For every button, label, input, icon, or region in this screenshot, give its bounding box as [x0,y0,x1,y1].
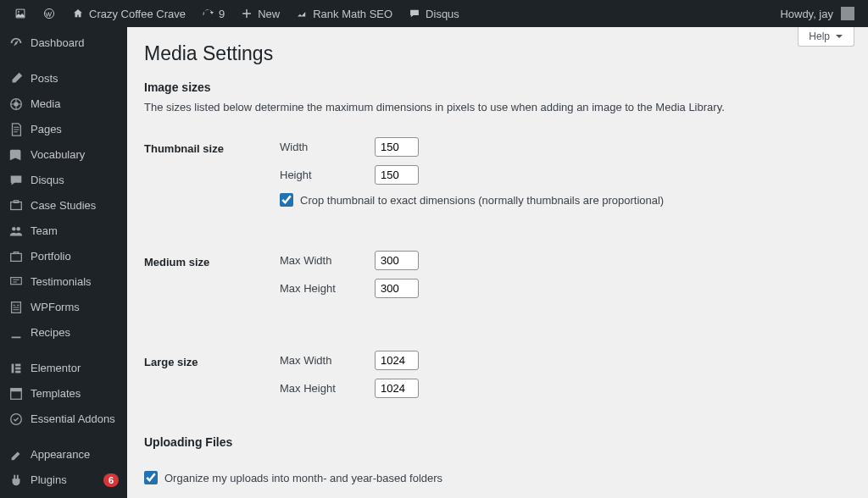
sidebar-item-templates[interactable]: Templates [0,381,127,407]
home-icon [71,7,85,20]
svg-point-7 [16,227,20,231]
new-link[interactable]: New [235,0,285,27]
site-name-link[interactable]: Crazy Coffee Crave [66,0,191,27]
plus-icon [240,7,253,20]
sidebar-item-disqus[interactable]: Disqus [0,168,127,193]
svg-rect-13 [15,368,20,370]
update-icon [201,7,214,20]
site-name: Crazy Coffee Crave [89,8,186,20]
sidebar-item-portfolio[interactable]: Portfolio [0,244,127,269]
avatar [841,7,854,20]
svg-point-2 [14,102,18,106]
thumbnail-crop-checkbox[interactable] [280,193,293,207]
sidebar-item-recipes[interactable]: Recipes [0,320,127,346]
svg-point-0 [18,11,19,13]
howdy-text: Howdy, jay [780,8,833,20]
svg-rect-12 [15,364,20,367]
svg-point-17 [11,414,22,425]
svg-rect-9 [11,278,22,285]
rankmath-link[interactable]: Rank Math SEO [290,0,398,27]
customizer-icon[interactable] [8,0,32,27]
sidebar-item-wpforms[interactable]: WPForms [0,295,127,320]
thumbnail-width-input[interactable] [375,137,419,157]
sidebar-item-dashboard[interactable]: Dashboard [0,30,127,56]
howdy-link[interactable]: Howdy, jay [775,0,860,27]
chart-icon [295,7,309,20]
section-uploading: Uploading Files [144,435,851,449]
medium-maxheight-label: Max Height [280,282,364,295]
medium-heading: Medium size [144,246,280,312]
sidebar-item-plugins[interactable]: Plugins6 [0,468,127,493]
page-title: Media Settings [144,42,851,65]
medium-maxheight-input[interactable] [375,279,419,298]
sidebar-item-media[interactable]: Media [0,91,127,117]
large-heading: Large size [144,346,280,412]
thumbnail-crop-row[interactable]: Crop thumbnail to exact dimensions (norm… [280,193,851,207]
content-area: Help Media Settings Image sizes The size… [127,27,868,498]
thumbnail-height-label: Height [280,169,364,181]
sidebar-item-appearance[interactable]: Appearance [0,442,127,468]
plugins-badge: 6 [103,473,119,487]
new-label: New [258,8,280,20]
sidebar-item-testimonials[interactable]: Testimonials [0,269,127,295]
sidebar-item-pages[interactable]: Pages [0,117,127,142]
svg-rect-11 [12,364,14,374]
medium-maxwidth-input[interactable] [375,251,419,270]
organize-uploads-checkbox[interactable] [144,471,158,484]
svg-rect-8 [11,253,22,261]
updates-count: 9 [219,8,225,20]
sidebar-item-vocabulary[interactable]: Vocabulary [0,142,127,168]
large-maxwidth-input[interactable] [375,351,419,370]
large-maxwidth-label: Max Width [280,354,364,367]
thumbnail-heading: Thumbnail size [144,132,280,212]
svg-point-6 [12,227,15,231]
help-tab[interactable]: Help [798,27,854,47]
comment-icon [408,7,421,20]
organize-uploads-label: Organize my uploads into month- and year… [164,472,442,484]
image-sizes-desc: The sizes listed below determine the max… [144,101,851,113]
chevron-down-icon [835,32,843,41]
admin-sidebar: Dashboard Posts Media Pages Vocabulary D… [0,27,127,498]
rankmath-label: Rank Math SEO [313,8,392,20]
wp-logo-icon[interactable] [37,0,61,27]
help-label: Help [809,30,830,42]
sidebar-item-posts[interactable]: Posts [0,66,127,91]
thumbnail-crop-label: Crop thumbnail to exact dimensions (norm… [300,194,664,207]
large-maxheight-input[interactable] [375,379,419,398]
thumbnail-width-label: Width [280,141,364,153]
sidebar-item-elementor[interactable]: Elementor [0,356,127,381]
section-image-sizes: Image sizes [144,80,851,94]
organize-uploads-row[interactable]: Organize my uploads into month- and year… [144,471,851,484]
thumbnail-height-input[interactable] [375,165,419,185]
svg-rect-14 [15,371,20,374]
disqus-link[interactable]: Disqus [403,0,465,27]
admin-bar: Crazy Coffee Crave 9 New Rank Math SEO D… [0,0,868,27]
disqus-label: Disqus [426,8,459,20]
sidebar-item-essentialaddons[interactable]: Essential Addons [0,407,127,432]
svg-rect-16 [11,389,22,392]
medium-maxwidth-label: Max Width [280,254,364,267]
updates-link[interactable]: 9 [196,0,230,27]
large-maxheight-label: Max Height [280,382,364,395]
sidebar-item-casestudies[interactable]: Case Studies [0,193,127,219]
sidebar-item-users[interactable]: Users [0,493,127,498]
sidebar-item-team[interactable]: Team [0,219,127,244]
